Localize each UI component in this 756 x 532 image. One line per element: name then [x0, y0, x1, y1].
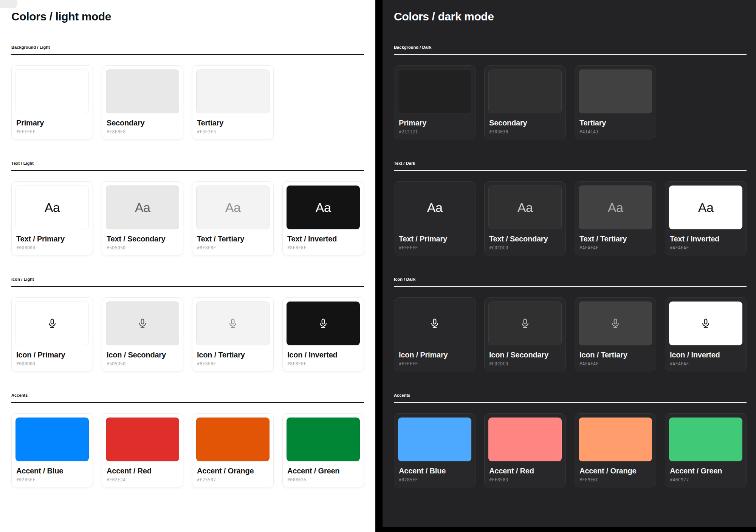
- color-name: Icon / Primary: [398, 350, 471, 359]
- color-section: Icon / LightIcon / Primary#0D0D0DIcon / …: [11, 277, 364, 371]
- microphone-icon: [610, 318, 621, 329]
- color-swatch: [15, 302, 89, 345]
- color-specimen-page: Colors / light modeBackground / LightPri…: [0, 0, 756, 532]
- color-hex-code: #CDCDCD: [488, 361, 562, 367]
- color-card: AaText / Inverted#8F8F8F: [282, 181, 364, 255]
- color-card: Accent / Orange#FF9E6C: [575, 413, 656, 487]
- color-hex-code: #0D0D0D: [15, 361, 89, 367]
- card-row: Primary#FFFFFFSecondary#E8E8E8Tertiary#F…: [11, 65, 364, 139]
- color-name: Icon / Inverted: [287, 350, 360, 359]
- color-card: AaText / Secondary#CDCDCD: [484, 181, 566, 255]
- color-name: Accent / Blue: [398, 466, 471, 475]
- color-section: Icon / DarkIcon / Primary#FFFFFFIcon / S…: [394, 277, 747, 371]
- color-card: Accent / Red#E02E2A: [102, 413, 183, 487]
- color-name: Icon / Secondary: [488, 350, 562, 359]
- color-section: Text / DarkAaText / Primary#FFFFFFAaText…: [394, 161, 747, 255]
- microphone-icon: [46, 318, 58, 329]
- color-card: Tertiary#F3F3F3: [192, 65, 274, 139]
- section-label: Text / Dark: [394, 161, 747, 165]
- color-hex-code: #212121: [398, 129, 471, 135]
- color-hex-code: #5D5D5D: [106, 245, 179, 251]
- color-section: Background / LightPrimary#FFFFFFSecondar…: [11, 45, 364, 139]
- color-hex-code: #FF9E6C: [579, 477, 652, 483]
- card-row: Accent / Blue#0285FFAccent / Red#FF8583A…: [394, 413, 747, 487]
- color-card: Icon / Secondary#5D5D5D: [102, 297, 183, 371]
- color-swatch: [669, 302, 742, 345]
- microphone-icon: [318, 318, 329, 329]
- color-hex-code: #FF8583: [488, 477, 562, 483]
- color-name: Text / Tertiary: [196, 234, 270, 243]
- color-hex-code: #F3F3F3: [196, 129, 270, 135]
- color-card: Icon / Primary#0D0D0D: [11, 297, 93, 371]
- sample-text: Aa: [517, 201, 533, 214]
- color-swatch: [398, 418, 471, 461]
- color-name: Secondary: [106, 118, 179, 127]
- color-name: Text / Primary: [15, 234, 89, 243]
- sample-text: Aa: [698, 201, 714, 214]
- dark-mode-panel: Colors / dark modeBackground / DarkPrima…: [375, 0, 756, 532]
- color-swatch: Aa: [488, 186, 562, 229]
- color-hex-code: #AFAFAF: [669, 361, 742, 367]
- dark-mode-content: Colors / dark modeBackground / DarkPrima…: [383, 0, 756, 487]
- color-name: Text / Inverted: [287, 234, 360, 243]
- section-divider: [394, 286, 747, 287]
- color-section: Background / DarkPrimary#212121Secondary…: [394, 45, 747, 139]
- color-section: AccentsAccent / Blue#0285FFAccent / Red#…: [11, 393, 364, 487]
- color-swatch: Aa: [579, 186, 652, 229]
- page-title: Colors / light mode: [11, 10, 365, 23]
- color-name: Accent / Orange: [579, 466, 652, 475]
- color-card: Icon / Primary#FFFFFF: [394, 297, 476, 371]
- color-hex-code: #0285FF: [15, 477, 89, 483]
- color-hex-code: #0285FF: [398, 477, 471, 483]
- color-swatch: [196, 302, 270, 345]
- section-label: Background / Light: [11, 45, 364, 49]
- color-card: Tertiary#414141: [575, 65, 656, 139]
- color-swatch: [488, 302, 562, 345]
- card-row: Primary#212121Secondary#303030Tertiary#4…: [394, 65, 747, 139]
- dark-mode-surface: Colors / dark modeBackground / DarkPrima…: [383, 0, 756, 527]
- color-hex-code: #303030: [488, 129, 562, 135]
- section-divider: [394, 54, 747, 55]
- color-hex-code: #E25507: [196, 477, 270, 483]
- color-name: Icon / Primary: [15, 350, 89, 359]
- section-label: Accents: [394, 393, 747, 397]
- color-card: Primary#FFFFFF: [11, 65, 93, 139]
- color-card: Secondary#E8E8E8: [102, 65, 183, 139]
- color-swatch: [106, 418, 179, 461]
- color-card: AaText / Primary#FFFFFF: [394, 181, 476, 255]
- color-card: Secondary#303030: [484, 65, 566, 139]
- color-card: Accent / Red#FF8583: [484, 413, 566, 487]
- color-hex-code: #FFFFFF: [15, 129, 89, 135]
- color-swatch: [488, 418, 562, 461]
- window-corner-artifact: [0, 0, 17, 8]
- color-section: AccentsAccent / Blue#0285FFAccent / Red#…: [394, 393, 747, 487]
- color-swatch: Aa: [669, 186, 742, 229]
- card-row: Accent / Blue#0285FFAccent / Red#E02E2AA…: [11, 413, 364, 487]
- color-card: Accent / Blue#0285FF: [11, 413, 93, 487]
- color-name: Accent / Orange: [196, 466, 270, 475]
- sample-text: Aa: [427, 201, 443, 214]
- color-swatch: [287, 418, 360, 461]
- microphone-icon: [429, 318, 440, 329]
- color-hex-code: #8F8F8F: [287, 245, 360, 251]
- color-swatch: Aa: [398, 186, 471, 229]
- color-swatch: [579, 70, 652, 113]
- color-name: Accent / Green: [287, 466, 360, 475]
- microphone-icon: [700, 318, 711, 329]
- color-name: Primary: [398, 118, 471, 127]
- color-hex-code: #FFFFFF: [398, 245, 471, 251]
- color-swatch: [287, 302, 360, 345]
- section-label: Background / Dark: [394, 45, 747, 49]
- color-name: Tertiary: [196, 118, 270, 127]
- section-divider: [11, 170, 364, 171]
- color-hex-code: #8F8F8F: [287, 361, 360, 367]
- page-title: Colors / dark mode: [394, 10, 745, 23]
- card-row: Icon / Primary#FFFFFFIcon / Secondary#CD…: [394, 297, 747, 371]
- card-row: AaText / Primary#FFFFFFAaText / Secondar…: [394, 181, 747, 255]
- color-swatch: [488, 70, 562, 113]
- color-name: Text / Secondary: [106, 234, 179, 243]
- color-card: Icon / Secondary#CDCDCD: [484, 297, 566, 371]
- color-name: Accent / Green: [669, 466, 742, 475]
- color-hex-code: #E8E8E8: [106, 129, 179, 135]
- color-name: Text / Tertiary: [579, 234, 652, 243]
